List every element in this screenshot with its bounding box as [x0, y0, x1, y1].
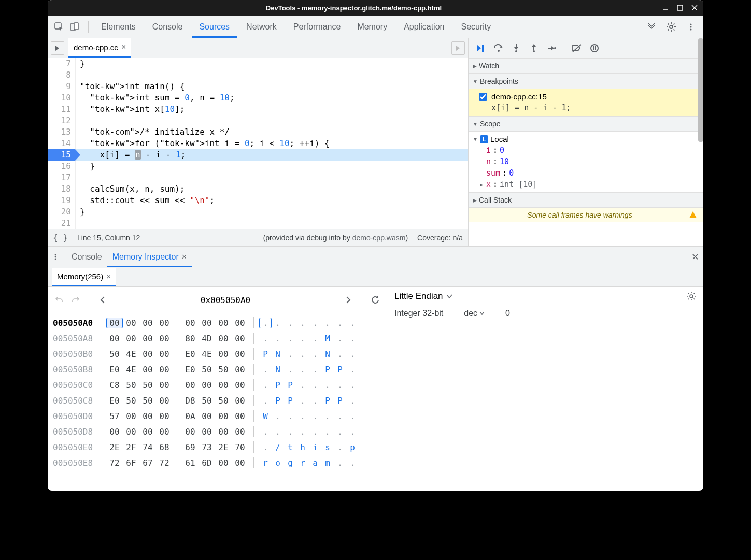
callstack-warning: Some call frames have warnings: [469, 208, 703, 222]
memory-row[interactable]: 005050E02E2F746869732E70./this.p: [53, 439, 381, 455]
endianness-select[interactable]: Little Endian: [394, 291, 452, 301]
refresh-icon[interactable]: [369, 294, 381, 306]
next-page-icon[interactable]: [342, 294, 355, 306]
memory-row[interactable]: 005050C8E0505000D8505000.PP..PP.: [53, 393, 381, 408]
scope-var[interactable]: ▶x: int [10]: [473, 179, 699, 190]
coverage-status: Coverage: n/a: [417, 234, 463, 242]
navigator-toggle-icon[interactable]: [51, 41, 64, 55]
memory-row[interactable]: 005050B8E04E0000E0505000.N...PP.: [53, 362, 381, 377]
wasm-link[interactable]: demo-cpp.wasm: [352, 234, 406, 242]
file-tab[interactable]: demo-cpp.cc ×: [68, 38, 131, 58]
callstack-section[interactable]: ▶Call Stack: [469, 192, 703, 208]
step-over-icon[interactable]: [491, 41, 506, 55]
memory-row[interactable]: 005050A800000000804D0000.....M..: [53, 331, 381, 346]
close-icon[interactable]: ×: [121, 42, 126, 52]
memory-row[interactable]: 005050B0504E0000E04E0000PN...N..: [53, 346, 381, 362]
address-input[interactable]: 0x005050A0: [166, 292, 285, 308]
close-icon[interactable]: ×: [106, 272, 111, 281]
svg-point-16: [533, 50, 535, 52]
close-drawer-icon[interactable]: ✕: [691, 251, 699, 263]
int-type-label: Integer 32-bit: [394, 309, 443, 318]
watch-section[interactable]: ▶Watch: [469, 58, 703, 74]
memory-row[interactable]: 005050D0570000000A000000W.......: [53, 408, 381, 424]
maximize-icon[interactable]: [675, 3, 685, 12]
debug-provided: (provided via debug info by demo-cpp.was…: [263, 234, 408, 242]
debugger-pane: ▶Watch ▼Breakpoints demo-cpp.cc:15 x[i] …: [468, 38, 703, 246]
memory-row[interactable]: 005050A00000000000000000........: [53, 315, 381, 331]
int-base-select[interactable]: dec: [464, 309, 485, 318]
chevron-down-icon: [446, 294, 452, 299]
inspect-icon[interactable]: [52, 20, 66, 34]
file-tab-label: demo-cpp.cc: [74, 43, 118, 52]
gear-icon[interactable]: [664, 20, 678, 34]
window-title: DevTools - memory-inspector.glitch.me/de…: [52, 4, 656, 12]
breakpoint-item[interactable]: demo-cpp.cc:15 x[i] = n - i - 1;: [469, 89, 703, 116]
prev-page-icon[interactable]: [96, 294, 109, 306]
code-editor[interactable]: 789101112131415161718192021 }"tok-kw">in…: [48, 58, 468, 229]
step-out-icon[interactable]: [527, 41, 541, 55]
tab-network[interactable]: Network: [239, 17, 284, 37]
scope-var[interactable]: sum: 0: [473, 167, 699, 179]
deactivate-breakpoints-icon[interactable]: [570, 41, 584, 55]
svg-rect-21: [593, 46, 594, 50]
file-tabs: demo-cpp.cc ×: [48, 38, 468, 58]
redo-icon[interactable]: [69, 294, 82, 306]
int-value: 0: [505, 309, 510, 318]
step-icon[interactable]: [544, 41, 559, 55]
svg-point-9: [690, 26, 691, 27]
scrollbar[interactable]: [698, 38, 703, 142]
tab-console[interactable]: Console: [145, 17, 190, 37]
tab-performance[interactable]: Performance: [286, 17, 348, 37]
editor-statusbar: { } Line 15, Column 12 (provided via deb…: [48, 229, 468, 246]
close-icon[interactable]: [690, 3, 699, 12]
breakpoints-section[interactable]: ▼Breakpoints: [469, 74, 703, 89]
memory-tab[interactable]: Memory(256)×: [52, 268, 116, 286]
drawer: Console Memory Inspector× ✕ Memory(256)×…: [48, 246, 703, 491]
svg-point-25: [55, 258, 56, 260]
step-into-icon[interactable]: [509, 41, 523, 55]
undo-icon[interactable]: [53, 294, 65, 306]
svg-point-12: [498, 50, 500, 52]
svg-point-23: [55, 254, 56, 255]
tab-sources[interactable]: Sources: [192, 17, 237, 37]
tab-elements[interactable]: Elements: [94, 17, 143, 37]
memory-row[interactable]: 005050E8726F6772616D0000rogram..: [53, 455, 381, 470]
warning-icon: [689, 211, 697, 219]
pretty-print-icon[interactable]: { }: [53, 233, 68, 242]
breakpoint-checkbox[interactable]: [479, 93, 487, 101]
scope-section[interactable]: ▼Scope: [469, 116, 703, 132]
cursor-position: Line 15, Column 12: [77, 234, 140, 242]
svg-point-20: [591, 45, 598, 52]
pause-exceptions-icon[interactable]: [587, 41, 602, 55]
titlebar: DevTools - memory-inspector.glitch.me/de…: [48, 0, 703, 16]
minimize-icon[interactable]: [661, 3, 670, 12]
run-snippet-icon[interactable]: [451, 41, 465, 55]
gear-icon[interactable]: [687, 292, 696, 301]
kebab-icon[interactable]: [684, 20, 698, 34]
scope-local[interactable]: ▼LLocal: [473, 134, 699, 145]
svg-point-8: [690, 23, 691, 25]
tab-application[interactable]: Application: [396, 17, 451, 37]
scope-var[interactable]: n: 10: [473, 156, 699, 167]
scope-var[interactable]: i: 0: [473, 145, 699, 156]
svg-rect-1: [677, 5, 683, 10]
svg-point-26: [690, 295, 693, 298]
close-icon[interactable]: ×: [182, 252, 187, 262]
drawer-tab-memory-inspector[interactable]: Memory Inspector×: [107, 248, 192, 266]
device-icon[interactable]: [67, 20, 82, 34]
more-tabs-icon[interactable]: [644, 20, 659, 34]
svg-point-10: [690, 28, 691, 30]
kebab-icon[interactable]: [52, 253, 62, 261]
memory-row[interactable]: 005050C0C850500000000000.PP.....: [53, 377, 381, 393]
svg-point-18: [554, 47, 556, 49]
drawer-tab-console[interactable]: Console: [66, 248, 107, 266]
svg-point-14: [515, 50, 517, 52]
svg-rect-11: [482, 45, 484, 52]
tab-memory[interactable]: Memory: [350, 17, 394, 37]
main-toolbar: ElementsConsoleSourcesNetworkPerformance…: [48, 16, 703, 38]
svg-point-7: [670, 25, 673, 28]
tab-security[interactable]: Security: [454, 17, 498, 37]
resume-icon[interactable]: [474, 41, 488, 55]
svg-rect-6: [74, 23, 78, 30]
memory-row[interactable]: 005050D80000000000000000........: [53, 424, 381, 439]
